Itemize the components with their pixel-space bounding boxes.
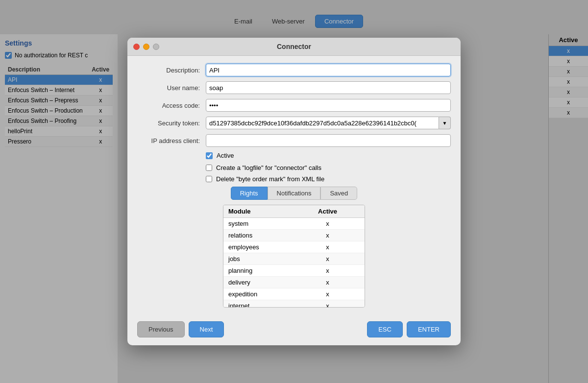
maximize-button[interactable] (153, 44, 159, 50)
module-cell: jobs (223, 253, 300, 265)
rights-col-active: Active (300, 205, 355, 218)
ip-address-label: IP address client: (137, 137, 206, 144)
access-code-input[interactable] (206, 99, 451, 112)
module-cell: expedition (223, 288, 300, 300)
esc-button[interactable]: ESC (367, 321, 403, 337)
active-cell: x (300, 241, 355, 253)
modal-overlay: Connector Description: User name: Access… (0, 0, 588, 383)
username-label: User name: (137, 84, 206, 92)
table-row[interactable]: deliveryx (223, 277, 365, 288)
active-cell: x (300, 230, 355, 241)
active-row: Active (137, 152, 451, 159)
table-row[interactable]: relationsx (223, 230, 365, 241)
access-code-row: Access code: (137, 99, 451, 112)
previous-button[interactable]: Previous (137, 321, 185, 337)
rights-table: Module Active systemxrelationsxemployees… (223, 205, 365, 308)
byte-order-label: Delete "byte order mark" from XML file (216, 175, 324, 183)
table-row[interactable]: jobsx (223, 253, 365, 265)
logfile-label: Create a "logfile" for "connector" calls (216, 164, 321, 171)
security-token-label: Security token: (137, 120, 206, 127)
table-row[interactable]: planningx (223, 265, 365, 277)
active-cell: x (300, 288, 355, 300)
module-cell: internet (223, 300, 300, 308)
tab-saved[interactable]: Saved (320, 187, 357, 200)
module-cell: relations (223, 230, 300, 241)
username-row: User name: (137, 81, 451, 94)
active-cell: x (300, 265, 355, 277)
connector-modal: Connector Description: User name: Access… (127, 38, 461, 345)
modal-titlebar: Connector (127, 38, 461, 56)
ip-address-input[interactable] (206, 134, 451, 147)
module-cell: system (223, 218, 300, 230)
description-input[interactable] (206, 64, 451, 76)
table-row[interactable]: employeesx (223, 241, 365, 253)
next-button[interactable]: Next (189, 321, 224, 337)
logfile-checkbox[interactable] (206, 165, 212, 171)
username-input[interactable] (206, 81, 451, 94)
byte-order-checkbox[interactable] (206, 176, 212, 182)
active-label: Active (217, 152, 234, 159)
footer-left: Previous Next (137, 321, 224, 337)
window-buttons (133, 44, 159, 50)
active-cell: x (300, 253, 355, 265)
minimize-button[interactable] (143, 44, 149, 50)
security-token-field: ▼ (206, 117, 451, 129)
description-label: Description: (137, 67, 206, 74)
ip-address-row: IP address client: (137, 134, 451, 147)
tab-rights[interactable]: Rights (231, 187, 268, 200)
rights-table-container: Module Active systemxrelationsxemployees… (223, 205, 365, 308)
active-checkbox[interactable] (206, 152, 213, 159)
module-cell: planning (223, 265, 300, 277)
security-token-input[interactable] (206, 117, 439, 129)
active-cell: x (300, 300, 355, 308)
module-cell: employees (223, 241, 300, 253)
tab-notifications[interactable]: Notifications (268, 187, 321, 200)
modal-tab-bar: Rights Notifications Saved (137, 187, 451, 200)
module-cell: delivery (223, 277, 300, 288)
security-token-row: Security token: ▼ (137, 117, 451, 129)
active-cell: x (300, 218, 355, 230)
enter-button[interactable]: ENTER (407, 321, 451, 337)
table-row[interactable]: expeditionx (223, 288, 365, 300)
logfile-row: Create a "logfile" for "connector" calls (137, 164, 451, 171)
modal-title: Connector (277, 43, 311, 50)
footer-right: ESC ENTER (367, 321, 451, 337)
table-row[interactable]: systemx (223, 218, 365, 230)
byte-order-row: Delete "byte order mark" from XML file (137, 175, 451, 183)
table-row[interactable]: internetx (223, 300, 365, 308)
description-row: Description: (137, 64, 451, 76)
access-code-label: Access code: (137, 102, 206, 109)
security-token-dropdown[interactable]: ▼ (439, 117, 451, 129)
modal-footer: Previous Next ESC ENTER (127, 315, 461, 345)
close-button[interactable] (133, 44, 140, 50)
active-cell: x (300, 277, 355, 288)
modal-body: Description: User name: Access code: Sec… (127, 56, 461, 315)
rights-col-module: Module (223, 205, 300, 218)
